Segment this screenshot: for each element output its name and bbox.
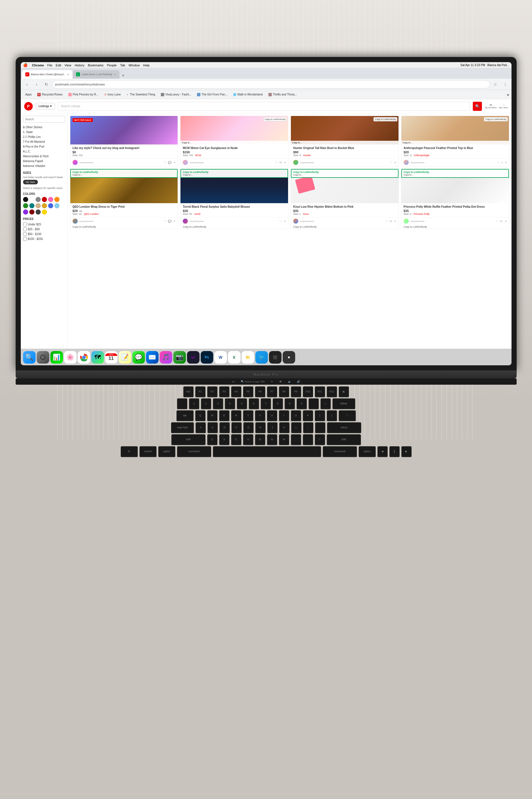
bookmark-thrifts[interactable]: Thrifts and Threa... — [266, 92, 299, 97]
menu-help[interactable]: Help — [143, 63, 150, 67]
dock-finder[interactable]: 🔍 — [23, 351, 36, 364]
bookmark-apps[interactable]: Apps — [23, 92, 34, 97]
like-icon-6[interactable]: ♡ — [279, 220, 282, 223]
key-backtick[interactable]: ` — [177, 398, 187, 408]
key-f1[interactable]: F1 — [195, 386, 206, 397]
key-n[interactable]: N — [267, 434, 277, 444]
key-6[interactable]: 6 — [249, 398, 259, 408]
key-power[interactable]: ⏏ — [339, 386, 349, 397]
share-icon-2[interactable]: ↗ — [284, 161, 286, 164]
listing-card-3[interactable]: Copy to ListPerfectly Copy to... Hunter … — [291, 116, 399, 166]
key-v[interactable]: V — [243, 434, 253, 444]
sidebar-brand-abercrombie[interactable]: Abercrombie & Fitch — [23, 154, 65, 159]
key-esc[interactable]: esc — [183, 386, 193, 397]
key-lshift[interactable]: shift — [171, 434, 206, 444]
key-delete[interactable]: delete — [332, 398, 355, 408]
bookmark-sweetest-thing[interactable]: ✦ The Sweetest Thing — [124, 92, 157, 97]
dock-chrome[interactable] — [78, 351, 90, 364]
key-option-r[interactable]: option — [359, 446, 376, 456]
touchbar-brightness-up[interactable]: ☀ — [279, 379, 282, 384]
key-f10[interactable]: F10 — [303, 386, 313, 397]
key-c[interactable]: C — [231, 434, 241, 444]
key-control[interactable]: control — [139, 446, 156, 456]
color-purple[interactable] — [23, 210, 28, 215]
share-icon-7[interactable]: ↗ — [394, 220, 396, 223]
dock-twitter[interactable]: 🐦 — [255, 351, 268, 364]
touchbar-search[interactable]: 🔍 Search or type URL — [241, 380, 265, 383]
listing-card-6[interactable]: Copy to ListPerfectly Copy to... Torrid … — [180, 169, 288, 229]
key-z[interactable]: Z — [207, 434, 217, 444]
listing-card-7[interactable]: Copy to ListPerfectly Copy to... Kisui L… — [291, 169, 399, 229]
menu-people[interactable]: People — [107, 63, 117, 67]
menu-window[interactable]: Window — [129, 63, 140, 67]
key-p[interactable]: P — [303, 410, 313, 421]
dock-word[interactable]: W — [214, 351, 227, 364]
key-f3[interactable]: F3 — [219, 386, 229, 397]
price-100-250-checkbox[interactable] — [23, 237, 27, 241]
sidebar-brand-phillip-lim[interactable]: 2.1 Phillip Lim — [23, 134, 65, 139]
sidebar-search-input[interactable] — [23, 116, 65, 123]
key-equals[interactable]: = — [321, 398, 331, 408]
color-teal[interactable] — [29, 203, 35, 208]
key-f11[interactable]: F11 — [315, 386, 325, 397]
key-f7[interactable]: F7 — [267, 386, 277, 397]
color-black[interactable] — [23, 197, 28, 202]
comment-icon-5[interactable]: 💬 — [168, 220, 171, 223]
color-light-blue[interactable] — [54, 203, 59, 208]
share-icon-1[interactable]: ↗ — [173, 161, 175, 164]
dock-itunes[interactable]: 🎵 — [160, 351, 172, 364]
key-option[interactable]: option — [158, 446, 175, 456]
color-orange[interactable] — [54, 197, 59, 202]
key-space[interactable] — [213, 446, 321, 456]
key-capslock[interactable]: caps lock — [171, 422, 194, 433]
key-e[interactable]: E — [219, 410, 229, 421]
key-f9[interactable]: F9 — [291, 386, 301, 397]
copy-btn-3[interactable]: Copy to ListPerfectly — [374, 117, 397, 121]
key-3[interactable]: 3 — [213, 398, 223, 408]
like-icon-7[interactable]: ♡ — [385, 220, 388, 223]
bookmark-vivaluxury[interactable]: VivaLuxury - Fashi... — [158, 92, 193, 97]
chrome-menu-button[interactable]: ⋮ — [501, 80, 509, 88]
app-name[interactable]: Chrome — [32, 63, 44, 67]
color-white[interactable] — [29, 197, 35, 202]
key-s[interactable]: S — [208, 422, 218, 433]
dock-misc2[interactable]: ■ — [283, 351, 295, 364]
key-f6[interactable]: F6 — [255, 386, 265, 397]
key-d[interactable]: D — [220, 422, 230, 433]
dock-lightroom[interactable]: Lr — [187, 351, 200, 364]
key-period[interactable]: . — [303, 434, 313, 444]
key-j[interactable]: J — [267, 422, 278, 433]
tab-close-listperfectly[interactable]: ✕ — [114, 73, 116, 76]
listing-card-8[interactable]: Copy to ListPerfectly Copy to... Princes… — [401, 169, 509, 229]
color-tan[interactable] — [36, 203, 41, 208]
key-q[interactable]: Q — [195, 410, 206, 421]
apple-menu[interactable]: 🍎 — [23, 63, 27, 67]
menu-bookmarks[interactable]: Bookmarks — [88, 63, 103, 67]
key-h[interactable]: H — [255, 422, 266, 433]
color-blue[interactable] — [48, 203, 53, 208]
menu-history[interactable]: History — [75, 63, 84, 67]
key-rbracket[interactable]: ] — [327, 410, 337, 421]
key-0[interactable]: 0 — [297, 398, 307, 408]
share-icon-4[interactable]: ↗ — [505, 161, 507, 164]
my-likes-icon-group[interactable]: ♡ My Likes — [499, 104, 508, 109]
key-return[interactable]: return — [327, 422, 361, 433]
dock-notes[interactable]: 📝 — [119, 351, 131, 364]
dock-misc[interactable]: ⬛ — [269, 351, 282, 364]
dock-photos[interactable]: 🌸 — [64, 351, 77, 364]
color-gold[interactable] — [42, 203, 47, 208]
comment-icon-1[interactable]: 💬 — [168, 161, 171, 164]
share-icon-3[interactable]: ↗ — [394, 161, 396, 164]
bookmark-girl-from-pan[interactable]: The Girl From Pan... — [195, 92, 230, 97]
key-k[interactable]: K — [279, 422, 289, 433]
dock-mail[interactable]: ✉️ — [146, 351, 158, 364]
dock-photoshop[interactable]: Ps — [201, 351, 213, 364]
back-button[interactable]: ‹ — [23, 80, 31, 88]
sidebar-brand-alc[interactable]: A.L.C. — [23, 149, 65, 154]
listing-card-2[interactable]: Copy to ListPerfectly Copy to... MCM 56m… — [180, 116, 288, 166]
sidebar-brand-pea-pod[interactable]: A Pea in the Pod — [23, 144, 65, 149]
bookmark-walk-in-wonderland[interactable]: 🌐 Walk in Wonderland — [231, 92, 265, 97]
dock-app3[interactable]: 📊 — [50, 351, 63, 364]
key-r[interactable]: R — [231, 410, 241, 421]
copy-btn-4[interactable]: Copy to ListPerfectly — [484, 117, 508, 121]
